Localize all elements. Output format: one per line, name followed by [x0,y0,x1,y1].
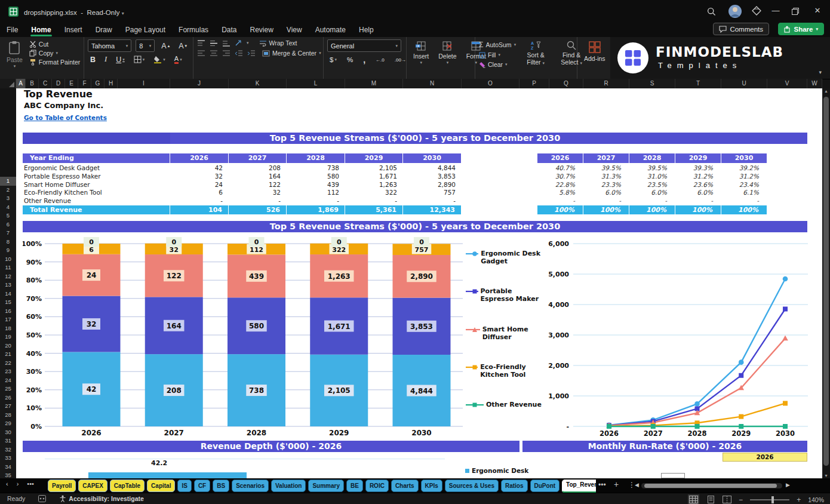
comma-style-button[interactable]: , [361,55,368,64]
pct-cell[interactable]: 39.5% [583,164,629,173]
revenue-cell[interactable]: - [345,197,403,205]
tab-sources-uses[interactable]: Sources & Uses [445,480,499,492]
column-headers[interactable]: ABCDEFGHIJKLMNOPQRSTUVW [0,79,822,88]
row-header-11[interactable]: 11 [0,263,16,272]
column-header-R[interactable]: R [583,79,629,88]
row-headers[interactable]: 1234567891011121314151617181920212223242… [0,177,16,504]
pct-cell[interactable]: 6.0% [675,189,721,197]
align-center-icon[interactable] [210,50,218,57]
currency-button[interactable]: $ ▾ [327,56,339,63]
hscroll-left-arrow[interactable]: ◀ [635,482,639,488]
revenue-cell[interactable]: 322 [345,189,403,197]
zoom-in-button[interactable]: + [797,496,801,504]
vertical-scrollbar[interactable]: ▲ ▼ [822,88,830,478]
tab-payroll[interactable]: Payroll [48,480,76,492]
menu-insert[interactable]: Insert [58,24,89,36]
insert-cells-button[interactable]: Insert▾ [410,39,432,65]
revenue-cell[interactable]: 580 [287,173,345,181]
column-header-K[interactable]: K [229,79,287,88]
row-header-8[interactable]: 8 [0,238,16,247]
column-header-C[interactable]: C [39,79,52,88]
row-header-7[interactable]: 7 [0,229,16,238]
select-all-corner[interactable] [0,79,16,88]
menu-file[interactable]: File [0,24,24,36]
toc-link[interactable]: Go to Table of Contents [24,114,107,121]
revenue-row-label[interactable]: Ergonomic Desk Gadget [23,164,170,173]
increase-indent-icon[interactable] [247,50,256,57]
search-icon[interactable] [707,7,716,16]
revenue-cell[interactable]: 32 [229,189,287,197]
revenue-cell[interactable]: - [287,197,345,205]
italic-button[interactable]: I [102,55,109,64]
row-header-22[interactable]: 22 [0,359,16,368]
merge-center-button[interactable]: Merge & Center▾ [262,50,321,57]
page-break-view-button[interactable] [723,496,731,503]
row-header-20[interactable]: 20 [0,342,16,351]
row-header-34[interactable]: 34 [0,463,16,472]
tab-is[interactable]: IS [177,480,191,492]
tab-scenarios[interactable]: Scenarios [232,480,269,492]
tab-scroll-right[interactable]: › [17,480,19,487]
fill-button[interactable]: Fill▾ [479,51,516,59]
menu-formulas[interactable]: Formulas [172,24,215,36]
horizontal-scrollbar[interactable] [641,483,782,488]
wrap-text-button[interactable]: Wrap Text [259,39,297,47]
column-header-F[interactable]: F [78,79,91,88]
pct-cell[interactable]: 39.2% [721,164,767,173]
column-header-Q[interactable]: Q [549,79,583,88]
column-header-A[interactable]: A [16,79,26,88]
pct-cell[interactable]: - [537,197,583,205]
column-header-T[interactable]: T [675,79,721,88]
pct-cell[interactable]: - [721,197,767,205]
restore-button[interactable] [792,8,799,15]
menu-view[interactable]: View [280,24,309,36]
column-header-H[interactable]: H [104,79,118,88]
share-button[interactable]: Share ▾ [778,23,824,35]
row-header-5[interactable]: 5 [0,211,16,220]
tab-top_revenue[interactable]: Top_Revenue [562,480,596,493]
pct-cell[interactable]: - [583,197,629,205]
row-header-18[interactable]: 18 [0,324,16,333]
pct-cell[interactable]: 6.1% [721,189,767,197]
row-header-30[interactable]: 30 [0,428,16,437]
zoom-slider-handle[interactable] [771,496,774,503]
revenue-cell[interactable]: - [229,197,287,205]
revenue-cell[interactable]: 2,105 [345,164,403,173]
comments-button[interactable]: Comments [713,23,769,35]
row-header-24[interactable]: 24 [0,376,16,385]
revenue-cell[interactable]: 112 [287,189,345,197]
tab-valuation[interactable]: Valuation [271,480,306,492]
pct-cell[interactable]: 31.2% [675,173,721,181]
revenue-cell[interactable]: 164 [229,173,287,181]
revenue-cell[interactable]: 738 [287,164,345,173]
row-header-9[interactable]: 9 [0,246,16,255]
revenue-cell[interactable]: 1,263 [345,181,403,189]
clear-button[interactable]: Clear▾ [479,61,516,68]
row-header-4[interactable]: 4 [0,203,16,212]
cut-button[interactable]: Cut [29,41,80,48]
more-tabs-button[interactable]: ••• [598,481,606,489]
zoom-level[interactable]: 140% [808,496,824,503]
font-size-select[interactable]: 8▾ [136,39,155,52]
avatar[interactable] [728,5,742,18]
pct-cell[interactable]: 31.3% [583,173,629,181]
zoom-out-button[interactable]: − [739,496,743,504]
tab-cf[interactable]: CF [194,480,210,492]
column-header-P[interactable]: P [519,79,549,88]
add-sheet-button[interactable]: + [614,480,619,489]
revenue-row-label[interactable]: Portable Espresso Maker [23,173,170,181]
revenue-cell[interactable]: - [170,197,229,205]
menu-automate[interactable]: Automate [309,24,352,36]
scroll-up-arrow[interactable]: ▲ [822,89,830,93]
align-bottom-icon[interactable] [222,40,230,47]
row-header-26[interactable]: 26 [0,394,16,402]
column-header-S[interactable]: S [629,79,675,88]
column-header-N[interactable]: N [403,79,462,88]
menu-page-layout[interactable]: Page Layout [119,24,172,36]
tab-ratios[interactable]: Ratios [501,480,528,492]
row-header-16[interactable]: 16 [0,307,16,316]
column-header-L[interactable]: L [287,79,345,88]
revenue-cell[interactable]: 757 [403,189,462,197]
page-layout-view-button[interactable] [706,496,715,503]
column-header-G[interactable]: G [91,79,104,88]
